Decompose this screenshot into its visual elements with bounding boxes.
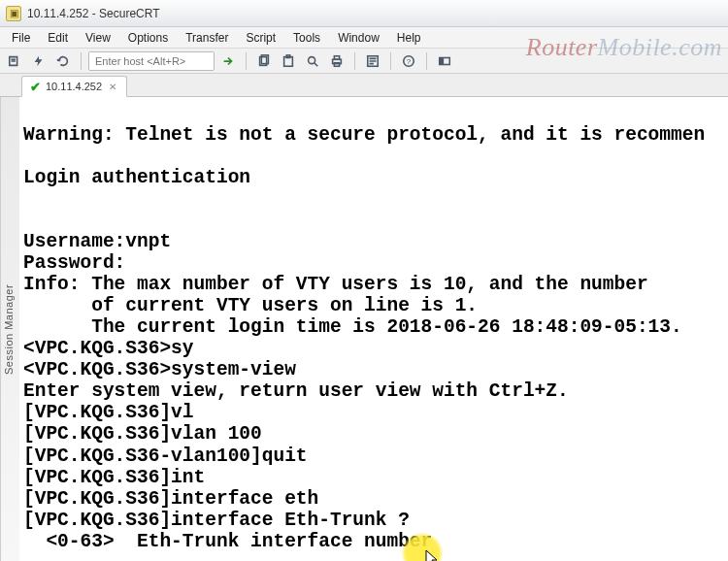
help-icon[interactable]: ?: [398, 50, 419, 72]
svg-point-4: [309, 56, 315, 63]
toolbar-separator: [81, 52, 82, 70]
menu-transfer[interactable]: Transfer: [178, 29, 236, 47]
svg-rect-6: [334, 55, 339, 59]
paste-icon[interactable]: [278, 50, 299, 72]
menu-help[interactable]: Help: [389, 29, 429, 47]
menu-tools[interactable]: Tools: [285, 29, 328, 47]
svg-rect-7: [334, 62, 339, 66]
connect-icon[interactable]: [4, 50, 25, 72]
menu-file[interactable]: File: [4, 29, 38, 47]
properties-icon[interactable]: [362, 50, 383, 72]
find-icon[interactable]: [302, 50, 323, 72]
svg-text:?: ?: [407, 56, 412, 65]
menu-window[interactable]: Window: [330, 29, 387, 47]
connected-check-icon: ✔: [30, 81, 41, 93]
print-icon[interactable]: [326, 50, 347, 72]
go-arrow-icon[interactable]: [217, 50, 239, 72]
quick-connect-icon[interactable]: [28, 50, 50, 72]
app-icon: ▣: [6, 6, 21, 21]
title-bar: ▣ 10.11.4.252 - SecureCRT: [0, 0, 728, 27]
toolbar-separator: [354, 52, 355, 70]
session-tab[interactable]: ✔ 10.11.4.252 ✕: [21, 76, 127, 97]
toolbar-separator: [426, 52, 427, 70]
menu-view[interactable]: View: [78, 29, 118, 47]
reconnect-icon[interactable]: [52, 50, 74, 72]
session-manager-sidebar[interactable]: Session Manager: [0, 97, 19, 561]
copy-icon[interactable]: [253, 50, 275, 72]
toggle-icon[interactable]: [434, 50, 455, 72]
terminal-pane[interactable]: Warning: Telnet is not a secure protocol…: [19, 97, 728, 561]
close-tab-icon[interactable]: ✕: [107, 81, 118, 92]
menu-script[interactable]: Script: [238, 29, 283, 47]
tab-label: 10.11.4.252: [46, 81, 102, 92]
toolbar-separator: [246, 52, 247, 70]
window-title: 10.11.4.252 - SecureCRT: [27, 7, 160, 20]
toolbar: ?: [0, 49, 728, 74]
toolbar-separator: [390, 52, 391, 70]
menu-bar: File Edit View Options Transfer Script T…: [0, 27, 728, 49]
terminal-output[interactable]: Warning: Telnet is not a secure protocol…: [19, 103, 728, 561]
host-input[interactable]: [88, 51, 215, 71]
svg-rect-12: [440, 57, 444, 64]
menu-edit[interactable]: Edit: [40, 29, 76, 47]
menu-options[interactable]: Options: [120, 29, 176, 47]
tab-strip: ✔ 10.11.4.252 ✕: [0, 74, 728, 97]
